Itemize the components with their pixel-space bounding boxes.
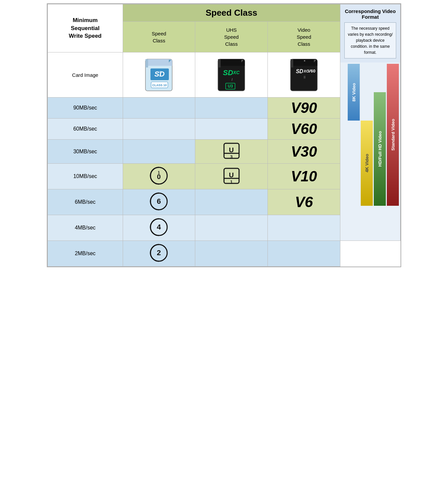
sdxcii-svg: SD XC V60 II (289, 56, 319, 93)
svg-point-29 (304, 60, 305, 61)
svg-text:U: U (229, 171, 234, 179)
svg-text:U: U (229, 146, 234, 154)
card-image-sdxc2: SD XC V60 II (268, 52, 340, 98)
uhs-class-4 (195, 215, 268, 241)
svg-text:3: 3 (230, 154, 232, 159)
table-row: 2MB/sec 2 (48, 241, 401, 267)
uhs-class-10: U 1 (195, 164, 268, 189)
u3-symbol: U 3 (222, 142, 241, 160)
speed-30: 30MB/sec (48, 140, 123, 164)
speed-class-60 (123, 119, 195, 140)
svg-text:4: 4 (157, 223, 161, 231)
speed-class-90 (123, 98, 195, 119)
svg-text:HC: HC (157, 70, 162, 74)
speed-class-4: 4 (123, 215, 195, 241)
speed-10: 10MB/sec (48, 164, 123, 189)
speed-90: 90MB/sec (48, 98, 123, 119)
speed-6: 6MB/sec (48, 189, 123, 215)
speed-class-30 (123, 140, 195, 164)
c10-symbol: 1 0 (149, 166, 169, 186)
video-class-90: V90 (268, 98, 340, 119)
u1-symbol: U 1 (222, 167, 241, 185)
sdhc-svg: SD HC CLASS 10 (144, 56, 174, 93)
svg-rect-3 (145, 59, 148, 67)
svg-text:CLASS 10: CLASS 10 (152, 84, 167, 87)
uhs-class-6 (195, 189, 268, 215)
speed-class-2: 2 (123, 241, 195, 267)
video-class-6: V6 (268, 189, 340, 215)
video-class-2 (268, 241, 340, 267)
speed-class-6: 6 (123, 189, 195, 215)
sub-header-speed-class: SpeedClass (123, 22, 195, 52)
video-class-10: V10 (268, 164, 340, 189)
svg-text:XC: XC (233, 70, 240, 75)
svg-text:1: 1 (230, 179, 232, 184)
sdxci-svg: SD XC I U3 (216, 56, 246, 93)
c4-symbol: 4 (149, 217, 169, 237)
min-write-header: MinimumSequentialWrite Speed (48, 4, 123, 52)
svg-text:II: II (304, 75, 306, 79)
svg-rect-12 (218, 62, 245, 66)
svg-rect-22 (291, 62, 317, 66)
uhs-class-30: U 3 (195, 140, 268, 164)
svg-text:SD: SD (296, 68, 304, 74)
video-class-4 (268, 215, 340, 241)
uhs-class-2 (195, 241, 268, 267)
svg-text:SD: SD (223, 68, 233, 77)
sub-header-video-class: VideoSpeedClass (268, 22, 340, 52)
speed-60: 60MB/sec (48, 119, 123, 140)
c6-symbol: 6 (149, 191, 169, 211)
speed-class-header: Speed Class (123, 4, 340, 22)
svg-rect-13 (218, 59, 221, 67)
video-class-30: V30 (268, 140, 340, 164)
svg-rect-23 (291, 59, 293, 67)
svg-text:6: 6 (157, 197, 161, 205)
c2-symbol: 2 (149, 243, 169, 263)
sub-header-uhs-class: UHSSpeedClass (195, 22, 268, 52)
main-table-wrapper: MinimumSequentialWrite Speed Speed Class… (47, 3, 401, 267)
svg-text:2: 2 (157, 249, 161, 257)
speed-4: 4MB/sec (48, 215, 123, 241)
uhs-class-60 (195, 119, 268, 140)
video-class-60: V60 (268, 119, 340, 140)
svg-text:V60: V60 (308, 68, 315, 73)
svg-text:I: I (232, 77, 233, 82)
uhs-class-90 (195, 98, 268, 119)
speed-2: 2MB/sec (48, 241, 123, 267)
card-image-sdhc: SD HC CLASS 10 (123, 52, 195, 98)
card-image-label: Card Image (48, 52, 123, 98)
svg-rect-2 (145, 62, 172, 66)
svg-text:U3: U3 (228, 84, 233, 89)
speed-class-10: 1 0 (123, 164, 195, 189)
card-image-sdxc1: SD XC I U3 (195, 52, 268, 98)
svg-text:0: 0 (157, 173, 161, 180)
